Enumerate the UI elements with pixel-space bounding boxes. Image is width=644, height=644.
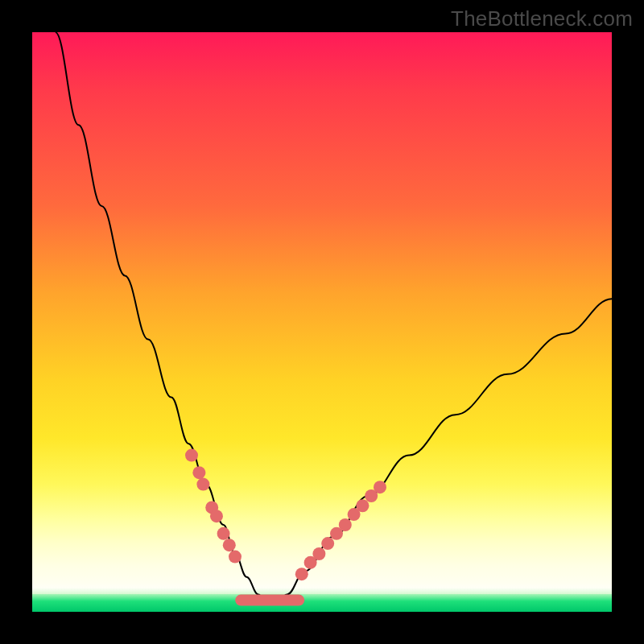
data-marker bbox=[196, 478, 209, 491]
data-marker bbox=[312, 547, 325, 560]
data-marker bbox=[223, 539, 236, 551]
data-marker bbox=[339, 518, 352, 531]
data-marker bbox=[321, 537, 334, 550]
watermark-text: TheBottleneck.com bbox=[451, 6, 633, 31]
curve-layer bbox=[32, 32, 612, 612]
data-marker bbox=[356, 499, 369, 512]
chart-frame: TheBottleneck.com bbox=[0, 0, 644, 644]
data-marker bbox=[229, 551, 242, 564]
plot-area bbox=[32, 32, 612, 612]
data-marker bbox=[210, 510, 223, 522]
data-marker bbox=[295, 568, 308, 580]
left-descent-markers bbox=[185, 449, 242, 564]
data-marker bbox=[374, 481, 386, 493]
data-marker bbox=[185, 449, 198, 462]
data-marker bbox=[192, 466, 205, 479]
right-ascent-markers bbox=[295, 481, 386, 580]
bottleneck-curve bbox=[56, 32, 612, 603]
data-marker bbox=[217, 527, 230, 540]
